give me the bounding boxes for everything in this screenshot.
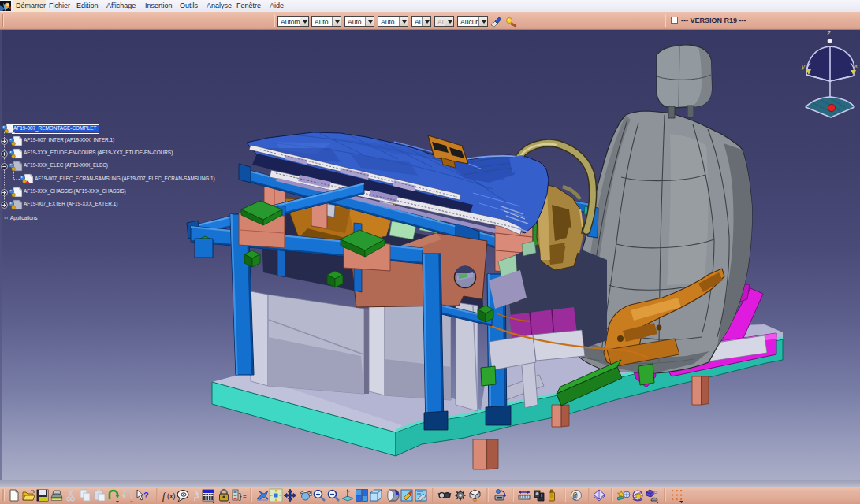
svg-text:f: f <box>162 491 166 502</box>
svg-text:(x): (x) <box>167 492 176 500</box>
svg-text:z: z <box>826 30 831 37</box>
svg-text:@: @ <box>573 492 578 501</box>
svg-text:?: ? <box>143 491 149 500</box>
svg-text:=: = <box>243 493 247 500</box>
svg-text:}: } <box>239 491 242 501</box>
